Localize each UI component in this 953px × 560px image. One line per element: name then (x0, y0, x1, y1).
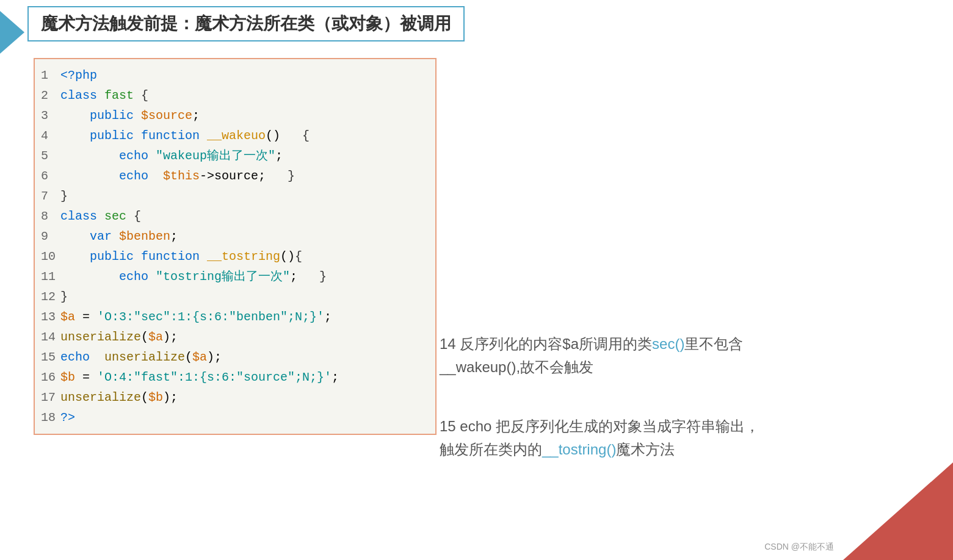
annotation-2: 15 echo 把反序列化生成的对象当成字符串输出，触发所在类内的__tostr… (440, 415, 904, 462)
code-line-10: 10 public function __tostring(){ (35, 246, 435, 267)
title-text: 魔术方法触发前提：魔术方法所在类（或对象）被调用 (41, 14, 451, 33)
code-line-14: 14 unserialize($a); (35, 327, 435, 347)
code-container: 1 <?php 2 class fast { 3 public $source;… (34, 58, 437, 435)
code-line-9: 9 var $benben; (35, 226, 435, 246)
triangle-decoration (843, 462, 953, 560)
code-line-15: 15 echo unserialize($a); (35, 347, 435, 367)
annotation-2-text: echo 把反序列化生成的对象当成字符串输出，触发所在类内的__tostring… (440, 418, 759, 458)
code-line-6: 6 echo $this->source; } (35, 166, 435, 186)
annotation-1-text: 反序列化的内容$a所调用的类sec()里不包含__wakeup(),故不会触发 (440, 336, 743, 375)
code-line-3: 3 public $source; (35, 106, 435, 126)
code-line-1: 1 <?php (35, 65, 435, 85)
watermark: CSDN @不能不通 (764, 542, 834, 553)
code-line-2: 2 class fast { (35, 85, 435, 106)
code-line-7: 7 } (35, 186, 435, 206)
title-bar: 魔术方法触发前提：魔术方法所在类（或对象）被调用 (27, 6, 465, 41)
code-line-11: 11 echo "tostring输出了一次"; } (35, 267, 435, 287)
code-line-17: 17 unserialize($b); (35, 387, 435, 407)
code-line-8: 8 class sec { (35, 206, 435, 226)
code-line-18: 18 ?> (35, 407, 435, 428)
page-arrow (0, 11, 24, 54)
code-line-16: 16 $b = 'O:4:"fast":1:{s:6:"source";N;}'… (35, 367, 435, 387)
code-line-13: 13 $a = 'O:3:"sec":1:{s:6:"benben";N;}'; (35, 307, 435, 327)
code-line-4: 4 public function __wakeuo() { (35, 126, 435, 146)
annotation-1: 14 反序列化的内容$a所调用的类sec()里不包含__wakeup(),故不会… (440, 332, 904, 379)
annotation-1-num: 14 (440, 336, 456, 352)
code-line-5: 5 echo "wakeup输出了一次"; (35, 146, 435, 166)
code-line-12: 12 } (35, 287, 435, 307)
annotation-2-num: 15 (440, 418, 456, 434)
